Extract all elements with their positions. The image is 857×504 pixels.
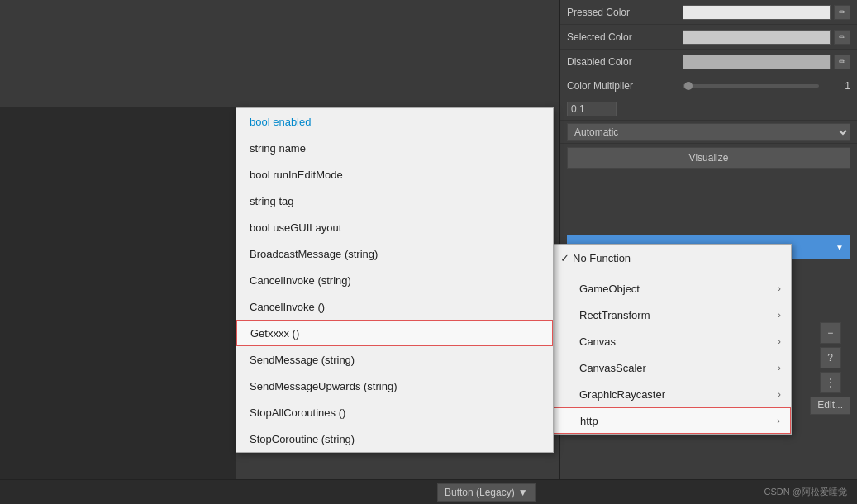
question-button[interactable]: ?	[820, 347, 841, 368]
check-mark: ✓	[556, 252, 573, 264]
minus-button[interactable]: −	[820, 322, 841, 344]
visualize-button[interactable]: Visualize	[567, 147, 850, 169]
bottom-center: Button (Legacy) ▼	[437, 483, 536, 502]
selected-color-eyedropper[interactable]: ✏	[834, 30, 850, 45]
color-multiplier-row: Color Multiplier 1	[560, 74, 857, 97]
left-dropdown-item-stop-all[interactable]: StopAllCoroutines ()	[236, 399, 553, 426]
color-multiplier-value: 1	[826, 80, 850, 92]
left-dropdown-item-bool-run[interactable]: bool runInEditMode	[236, 161, 553, 188]
disabled-color-eyedropper[interactable]: ✏	[834, 55, 850, 69]
edit-button[interactable]: Edit...	[810, 397, 850, 415]
divider-1	[553, 273, 791, 273]
left-dropdown-item-send-message-up[interactable]: SendMessageUpwards (string)	[236, 373, 553, 399]
left-dropdown-item-send-message[interactable]: SendMessage (string)	[236, 346, 553, 373]
left-dropdown-item-cancel-invoke-str[interactable]: CancelInvoke (string)	[236, 267, 553, 293]
left-dropdown-item-string-name[interactable]: string name	[236, 135, 553, 161]
canvasscaler-arrow: ›	[778, 363, 781, 373]
button-legacy-dropdown[interactable]: Button (Legacy) ▼	[437, 483, 536, 502]
color-multiplier-track[interactable]	[683, 84, 819, 88]
gameobject-arrow: ›	[778, 283, 781, 293]
graphicraycaster-arrow: ›	[778, 389, 781, 399]
pressed-color-eyedropper[interactable]: ✏	[834, 5, 850, 20]
right-dropdown-graphicraycaster[interactable]: GraphicRaycaster ›	[553, 381, 791, 407]
color-multiplier-label: Color Multiplier	[567, 80, 683, 92]
disabled-color-field[interactable]	[683, 55, 831, 69]
left-dropdown-item-stop-coroutine[interactable]: StopCoroutine (string)	[236, 426, 553, 452]
left-dropdown-item-bool-enabled[interactable]: bool enabled	[236, 108, 553, 135]
no-function-arrow: ▼	[836, 243, 844, 252]
left-dropdown-item-broadcast[interactable]: BroadcastMessage (string)	[236, 240, 553, 267]
right-dropdown-http[interactable]: http ›	[553, 407, 791, 434]
right-dropdown-gameobject[interactable]: GameObject ›	[553, 275, 791, 302]
fade-duration-row	[560, 97, 857, 121]
watermark: CSDN @阿松爱睡觉	[764, 486, 847, 498]
color-multiplier-thumb[interactable]	[684, 82, 693, 90]
right-dropdown-canvasscaler[interactable]: CanvasScaler ›	[553, 354, 791, 381]
selected-color-field[interactable]	[683, 30, 831, 45]
pressed-color-label: Pressed Color	[567, 7, 683, 18]
bottom-bar: Button (Legacy) ▼ CSDN @阿松爱睡觉	[0, 479, 857, 504]
right-dropdown-canvas[interactable]: Canvas ›	[553, 328, 791, 354]
left-dropdown-menu: bool enabled string name bool runInEditM…	[236, 107, 554, 453]
right-dropdown-recttransform[interactable]: RectTransform ›	[553, 302, 791, 328]
navigation-dropdown[interactable]: Automatic	[567, 123, 850, 141]
disabled-color-label: Disabled Color	[567, 56, 683, 68]
right-dropdown-menu: ✓ No Function GameObject › RectTransform…	[552, 244, 792, 435]
right-dropdown-no-function[interactable]: ✓ No Function	[553, 245, 791, 271]
fade-duration-input[interactable]	[567, 102, 617, 116]
more-button[interactable]: ⋮	[820, 372, 841, 393]
pressed-color-row: Pressed Color ✏	[560, 0, 857, 25]
left-dropdown-item-string-tag[interactable]: string tag	[236, 188, 553, 214]
recttransform-arrow: ›	[778, 310, 781, 320]
right-icons-panel: − ? ⋮ Edit...	[810, 322, 850, 415]
http-arrow: ›	[777, 416, 780, 426]
selected-color-row: Selected Color ✏	[560, 25, 857, 50]
navigation-row: Automatic	[560, 121, 857, 144]
pressed-color-field[interactable]	[683, 5, 831, 20]
disabled-color-row: Disabled Color ✏	[560, 50, 857, 74]
left-dropdown-item-cancel-invoke[interactable]: CancelInvoke ()	[236, 293, 553, 320]
bottom-dropdown-arrow: ▼	[518, 487, 528, 498]
canvas-arrow: ›	[778, 336, 781, 346]
selected-color-label: Selected Color	[567, 31, 683, 43]
left-dropdown-item-getxxxx[interactable]: Getxxxx ()	[236, 320, 553, 346]
left-dropdown-item-bool-gui[interactable]: bool useGUILayout	[236, 214, 553, 240]
